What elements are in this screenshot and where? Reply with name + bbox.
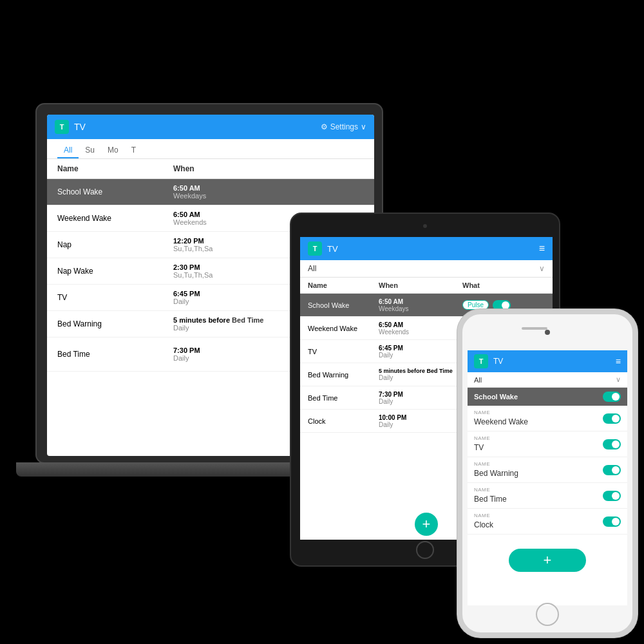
phone-selected-row[interactable]: School Wake bbox=[468, 388, 627, 406]
row-when: 6:50 AM Weekdays bbox=[173, 184, 364, 200]
settings-label: Settings bbox=[330, 122, 358, 131]
row-name: Weekend Wake bbox=[57, 214, 173, 223]
tablet-home-button[interactable] bbox=[416, 541, 434, 559]
item-label-block: NAME Clock bbox=[474, 513, 603, 530]
name-label: NAME bbox=[474, 461, 603, 467]
list-item[interactable]: NAME TV bbox=[468, 431, 627, 457]
table-row[interactable]: School Wake 6:50 AM Weekdays bbox=[47, 179, 374, 205]
row-name: TV bbox=[308, 348, 379, 355]
item-name: Weekend Wake bbox=[474, 417, 528, 426]
phone-dropdown[interactable]: All ∨ bbox=[468, 372, 627, 388]
row-name: Nap Wake bbox=[57, 267, 173, 276]
gear-icon: ⚙ bbox=[321, 122, 328, 131]
col-when-header: When bbox=[379, 281, 462, 289]
row-name: Weekend Wake bbox=[308, 325, 379, 332]
phone-body: T TV ≡ All ∨ School Wake NAME bbox=[457, 309, 638, 638]
phone-add-button[interactable]: + bbox=[509, 549, 586, 572]
col-name-header: Name bbox=[57, 164, 173, 173]
phone-app-icon: T bbox=[474, 354, 488, 368]
tablet-col-header: Name When What bbox=[300, 278, 553, 294]
row-name: TV bbox=[57, 293, 173, 302]
tablet-app-icon: T bbox=[308, 242, 322, 256]
row-name: Nap bbox=[57, 240, 173, 249]
phone-screen: T TV ≡ All ∨ School Wake NAME bbox=[468, 350, 627, 605]
row-when: 6:50 AM Weekdays bbox=[379, 298, 462, 312]
row-name: Bed Warning bbox=[57, 319, 173, 328]
row-when: 7:30 PM Daily bbox=[379, 391, 462, 405]
tablet-add-button[interactable]: + bbox=[415, 513, 438, 536]
phone-speaker bbox=[522, 327, 547, 330]
phone-app-title: TV bbox=[493, 357, 503, 366]
list-item[interactable]: NAME Clock bbox=[468, 509, 627, 535]
item-label-block: NAME Bed Warning bbox=[474, 461, 603, 478]
menu-icon[interactable]: ≡ bbox=[616, 356, 621, 366]
chevron-down-icon: ∨ bbox=[616, 375, 621, 384]
row-name: School Wake bbox=[57, 187, 173, 196]
tablet-camera bbox=[423, 224, 427, 228]
item-name: Bed Warning bbox=[474, 469, 518, 478]
toggle-switch[interactable] bbox=[603, 392, 621, 402]
plus-icon: + bbox=[544, 552, 552, 569]
tablet-app-title: TV bbox=[327, 244, 338, 254]
chevron-down-icon: ∨ bbox=[361, 122, 366, 131]
tab-t[interactable]: T bbox=[125, 143, 142, 158]
tab-all[interactable]: All bbox=[57, 143, 79, 158]
item-name: Clock bbox=[474, 520, 493, 529]
toggle-switch[interactable] bbox=[603, 439, 621, 450]
item-name: Bed Time bbox=[474, 495, 507, 504]
row-name: Bed Time bbox=[308, 394, 379, 402]
toggle-switch[interactable] bbox=[603, 413, 621, 424]
name-label: NAME bbox=[474, 513, 603, 518]
phone-home-button[interactable] bbox=[536, 603, 559, 626]
row-name: Bed Warning bbox=[308, 371, 379, 379]
pulse-badge: Pulse bbox=[462, 300, 489, 310]
row-name: Clock bbox=[308, 417, 379, 425]
item-label-block: NAME Weekend Wake bbox=[474, 410, 603, 427]
laptop-app-title: TV bbox=[74, 122, 86, 132]
toggle-switch[interactable] bbox=[603, 516, 621, 527]
row-name: Bed Time bbox=[57, 350, 173, 359]
item-label-block: NAME Bed Time bbox=[474, 487, 603, 504]
row-when: 6:45 PM Daily bbox=[379, 345, 462, 359]
name-label: NAME bbox=[474, 487, 603, 493]
name-label: NAME bbox=[474, 410, 603, 415]
row-name: School Wake bbox=[308, 301, 379, 309]
list-item[interactable]: NAME Bed Warning bbox=[468, 457, 627, 483]
list-item[interactable]: NAME Bed Time bbox=[468, 483, 627, 509]
name-label: NAME bbox=[474, 435, 603, 441]
tablet-app-header: T TV ≡ bbox=[300, 237, 553, 260]
col-what-header: What bbox=[462, 281, 545, 289]
tablet-dropdown[interactable]: All ∨ bbox=[300, 260, 553, 278]
laptop-settings-button[interactable]: ⚙ Settings ∨ bbox=[321, 122, 366, 131]
laptop-app-icon: T bbox=[55, 120, 69, 134]
laptop-col-header: Name When bbox=[47, 159, 374, 179]
row-when: 6:50 AM Weekends bbox=[379, 321, 462, 336]
laptop-tabs: All Su Mo T bbox=[47, 139, 374, 159]
toggle-switch[interactable] bbox=[603, 491, 621, 501]
chevron-down-icon: ∨ bbox=[539, 264, 545, 273]
item-name: TV bbox=[474, 443, 484, 452]
col-name-header: Name bbox=[308, 281, 379, 289]
dropdown-label: All bbox=[308, 264, 316, 273]
tab-mo[interactable]: Mo bbox=[101, 143, 125, 158]
menu-icon[interactable]: ≡ bbox=[539, 243, 545, 254]
phone-app-header: T TV ≡ bbox=[468, 350, 627, 372]
dropdown-label: All bbox=[474, 376, 482, 384]
phone-device: T TV ≡ All ∨ School Wake NAME bbox=[457, 309, 638, 638]
item-label-block: NAME TV bbox=[474, 435, 603, 453]
phone-app: T TV ≡ All ∨ School Wake NAME bbox=[468, 350, 627, 535]
col-when-header: When bbox=[173, 164, 364, 173]
row-when: 5 minutes before Bed Time Daily bbox=[379, 368, 462, 381]
tab-su[interactable]: Su bbox=[79, 143, 101, 158]
list-item[interactable]: NAME Weekend Wake bbox=[468, 406, 627, 431]
phone-camera bbox=[545, 330, 550, 335]
row-when: 10:00 PM Daily bbox=[379, 414, 462, 428]
laptop-app-header: T TV ⚙ Settings ∨ bbox=[47, 115, 374, 139]
selected-name: School Wake bbox=[474, 393, 518, 401]
toggle-switch[interactable] bbox=[603, 465, 621, 475]
